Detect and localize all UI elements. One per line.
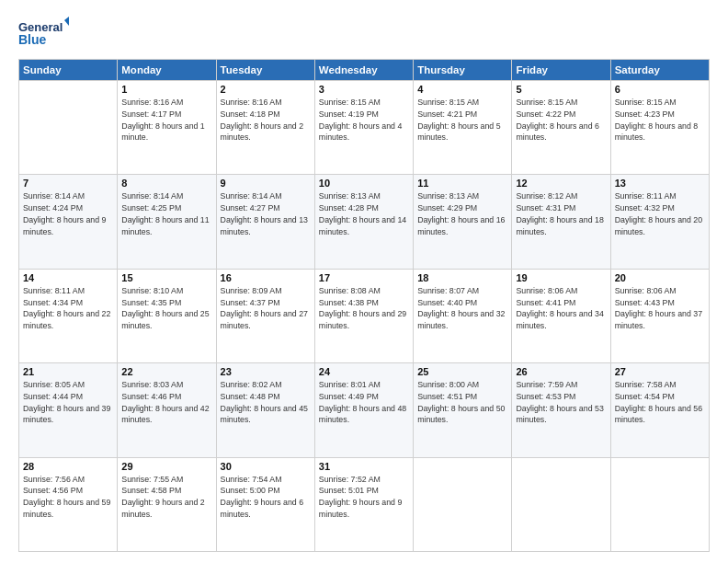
calendar-day-cell: 1Sunrise: 8:16 AMSunset: 4:17 PMDaylight… xyxy=(118,81,216,175)
day-info: Sunrise: 8:06 AMSunset: 4:43 PMDaylight:… xyxy=(615,285,705,332)
calendar-day-cell: 29Sunrise: 7:55 AMSunset: 4:58 PMDayligh… xyxy=(118,457,216,551)
day-number: 4 xyxy=(417,84,507,95)
svg-text:Blue: Blue xyxy=(18,32,47,47)
calendar-table: SundayMondayTuesdayWednesdayThursdayFrid… xyxy=(18,59,710,552)
day-number: 31 xyxy=(319,461,409,472)
day-info: Sunrise: 8:11 AMSunset: 4:32 PMDaylight:… xyxy=(615,190,705,237)
calendar-day-cell: 26Sunrise: 7:59 AMSunset: 4:53 PMDayligh… xyxy=(512,363,610,457)
calendar-day-cell: 14Sunrise: 8:11 AMSunset: 4:34 PMDayligh… xyxy=(19,269,118,362)
calendar-week-row: 28Sunrise: 7:56 AMSunset: 4:56 PMDayligh… xyxy=(19,457,710,551)
weekday-header-cell: Thursday xyxy=(414,60,512,81)
calendar-week-row: 7Sunrise: 8:14 AMSunset: 4:24 PMDaylight… xyxy=(19,175,710,269)
weekday-header-row: SundayMondayTuesdayWednesdayThursdayFrid… xyxy=(19,60,710,81)
day-number: 11 xyxy=(417,178,507,189)
calendar-day-cell: 2Sunrise: 8:16 AMSunset: 4:18 PMDaylight… xyxy=(216,81,314,175)
day-info: Sunrise: 7:52 AMSunset: 5:01 PMDaylight:… xyxy=(319,474,409,521)
day-number: 27 xyxy=(615,366,705,377)
weekday-header-cell: Sunday xyxy=(19,60,118,81)
day-info: Sunrise: 8:16 AMSunset: 4:17 PMDaylight:… xyxy=(121,97,211,144)
calendar-day-cell: 16Sunrise: 8:09 AMSunset: 4:37 PMDayligh… xyxy=(216,269,314,362)
day-info: Sunrise: 8:13 AMSunset: 4:28 PMDaylight:… xyxy=(319,190,409,237)
calendar-day-cell: 11Sunrise: 8:13 AMSunset: 4:29 PMDayligh… xyxy=(414,175,512,269)
day-number: 13 xyxy=(615,178,705,189)
calendar-day-cell: 9Sunrise: 8:14 AMSunset: 4:27 PMDaylight… xyxy=(216,175,314,269)
weekday-header-cell: Saturday xyxy=(610,60,709,81)
day-number: 5 xyxy=(516,84,606,95)
day-number: 7 xyxy=(23,178,113,189)
day-number: 26 xyxy=(516,366,606,377)
calendar-day-cell: 20Sunrise: 8:06 AMSunset: 4:43 PMDayligh… xyxy=(610,269,709,362)
day-info: Sunrise: 8:09 AMSunset: 4:37 PMDaylight:… xyxy=(221,285,311,332)
day-info: Sunrise: 8:05 AMSunset: 4:44 PMDaylight:… xyxy=(23,379,113,426)
logo-svg: General Blue xyxy=(18,17,69,50)
day-info: Sunrise: 8:15 AMSunset: 4:21 PMDaylight:… xyxy=(417,97,507,144)
day-info: Sunrise: 7:55 AMSunset: 4:58 PMDaylight:… xyxy=(121,474,211,521)
calendar-day-cell: 10Sunrise: 8:13 AMSunset: 4:28 PMDayligh… xyxy=(314,175,413,269)
day-number: 16 xyxy=(221,272,311,283)
calendar-day-cell: 4Sunrise: 8:15 AMSunset: 4:21 PMDaylight… xyxy=(414,81,512,175)
calendar-day-cell: 23Sunrise: 8:02 AMSunset: 4:48 PMDayligh… xyxy=(216,363,314,457)
day-info: Sunrise: 8:13 AMSunset: 4:29 PMDaylight:… xyxy=(417,190,507,237)
day-number: 1 xyxy=(121,84,211,95)
calendar-page: General Blue SundayMondayTuesdayWednesda… xyxy=(0,0,728,563)
calendar-day-cell: 24Sunrise: 8:01 AMSunset: 4:49 PMDayligh… xyxy=(314,363,413,457)
day-number: 10 xyxy=(319,178,409,189)
svg-marker-2 xyxy=(64,17,69,26)
day-number: 15 xyxy=(121,272,211,283)
day-number: 22 xyxy=(121,366,211,377)
day-info: Sunrise: 8:14 AMSunset: 4:27 PMDaylight:… xyxy=(221,190,311,237)
day-info: Sunrise: 7:59 AMSunset: 4:53 PMDaylight:… xyxy=(516,379,606,426)
day-info: Sunrise: 8:07 AMSunset: 4:40 PMDaylight:… xyxy=(417,285,507,332)
day-info: Sunrise: 8:00 AMSunset: 4:51 PMDaylight:… xyxy=(417,379,507,426)
calendar-day-cell xyxy=(610,457,709,551)
calendar-day-cell xyxy=(414,457,512,551)
calendar-week-row: 21Sunrise: 8:05 AMSunset: 4:44 PMDayligh… xyxy=(19,363,710,457)
day-info: Sunrise: 8:10 AMSunset: 4:35 PMDaylight:… xyxy=(121,285,211,332)
day-info: Sunrise: 8:11 AMSunset: 4:34 PMDaylight:… xyxy=(23,285,113,332)
day-number: 14 xyxy=(23,272,113,283)
day-number: 9 xyxy=(221,178,311,189)
calendar-day-cell: 25Sunrise: 8:00 AMSunset: 4:51 PMDayligh… xyxy=(414,363,512,457)
day-info: Sunrise: 7:54 AMSunset: 5:00 PMDaylight:… xyxy=(221,474,311,521)
day-number: 12 xyxy=(516,178,606,189)
day-number: 25 xyxy=(417,366,507,377)
weekday-header-cell: Friday xyxy=(512,60,610,81)
day-info: Sunrise: 7:58 AMSunset: 4:54 PMDaylight:… xyxy=(615,379,705,426)
day-number: 29 xyxy=(121,461,211,472)
day-info: Sunrise: 8:02 AMSunset: 4:48 PMDaylight:… xyxy=(221,379,311,426)
day-info: Sunrise: 8:14 AMSunset: 4:25 PMDaylight:… xyxy=(121,190,211,237)
calendar-day-cell: 3Sunrise: 8:15 AMSunset: 4:19 PMDaylight… xyxy=(314,81,413,175)
day-number: 20 xyxy=(615,272,705,283)
day-info: Sunrise: 8:06 AMSunset: 4:41 PMDaylight:… xyxy=(516,285,606,332)
calendar-day-cell: 21Sunrise: 8:05 AMSunset: 4:44 PMDayligh… xyxy=(19,363,118,457)
calendar-day-cell: 22Sunrise: 8:03 AMSunset: 4:46 PMDayligh… xyxy=(118,363,216,457)
calendar-week-row: 1Sunrise: 8:16 AMSunset: 4:17 PMDaylight… xyxy=(19,81,710,175)
day-info: Sunrise: 8:01 AMSunset: 4:49 PMDaylight:… xyxy=(319,379,409,426)
calendar-day-cell: 18Sunrise: 8:07 AMSunset: 4:40 PMDayligh… xyxy=(414,269,512,362)
calendar-day-cell: 5Sunrise: 8:15 AMSunset: 4:22 PMDaylight… xyxy=(512,81,610,175)
day-number: 23 xyxy=(221,366,311,377)
calendar-day-cell: 19Sunrise: 8:06 AMSunset: 4:41 PMDayligh… xyxy=(512,269,610,362)
weekday-header-cell: Tuesday xyxy=(216,60,314,81)
day-number: 18 xyxy=(417,272,507,283)
calendar-day-cell xyxy=(512,457,610,551)
day-number: 8 xyxy=(121,178,211,189)
calendar-day-cell xyxy=(19,81,118,175)
weekday-header-cell: Monday xyxy=(118,60,216,81)
day-info: Sunrise: 8:08 AMSunset: 4:38 PMDaylight:… xyxy=(319,285,409,332)
calendar-day-cell: 8Sunrise: 8:14 AMSunset: 4:25 PMDaylight… xyxy=(118,175,216,269)
day-info: Sunrise: 8:16 AMSunset: 4:18 PMDaylight:… xyxy=(221,97,311,144)
calendar-day-cell: 13Sunrise: 8:11 AMSunset: 4:32 PMDayligh… xyxy=(610,175,709,269)
weekday-header-cell: Wednesday xyxy=(314,60,413,81)
day-info: Sunrise: 8:15 AMSunset: 4:22 PMDaylight:… xyxy=(516,97,606,144)
calendar-day-cell: 12Sunrise: 8:12 AMSunset: 4:31 PMDayligh… xyxy=(512,175,610,269)
day-info: Sunrise: 7:56 AMSunset: 4:56 PMDaylight:… xyxy=(23,474,113,521)
logo: General Blue xyxy=(18,17,69,50)
day-info: Sunrise: 8:15 AMSunset: 4:19 PMDaylight:… xyxy=(319,97,409,144)
calendar-day-cell: 6Sunrise: 8:15 AMSunset: 4:23 PMDaylight… xyxy=(610,81,709,175)
day-number: 3 xyxy=(319,84,409,95)
day-number: 28 xyxy=(23,461,113,472)
calendar-day-cell: 15Sunrise: 8:10 AMSunset: 4:35 PMDayligh… xyxy=(118,269,216,362)
calendar-day-cell: 30Sunrise: 7:54 AMSunset: 5:00 PMDayligh… xyxy=(216,457,314,551)
calendar-day-cell: 17Sunrise: 8:08 AMSunset: 4:38 PMDayligh… xyxy=(314,269,413,362)
